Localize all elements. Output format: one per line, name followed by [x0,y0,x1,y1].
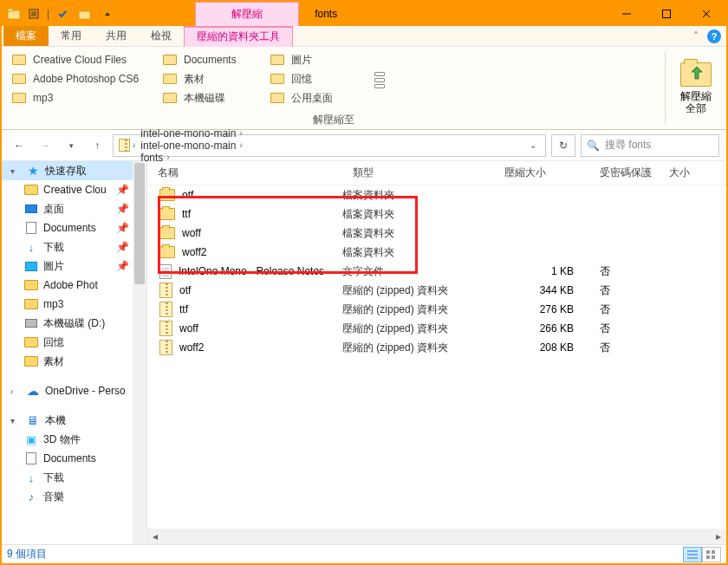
sidebar-item[interactable]: ▣3D 物件 [2,430,146,449]
sidebar-item[interactable]: 回憶 [2,333,146,352]
pin-icon: 📌 [116,222,129,234]
zip-icon [117,139,131,153]
file-row[interactable]: woff2壓縮的 (zipped) 資料夾208 KB否 [147,338,726,357]
sidebar-item[interactable]: mp3 [2,295,146,314]
sidebar-item[interactable]: ↓下載📌 [2,237,146,257]
app-icon [7,7,21,21]
file-row[interactable]: woff壓縮的 (zipped) 資料夾266 KB否 [147,319,726,338]
extract-destination[interactable]: 回憶 [267,69,371,88]
star-icon: ★ [26,164,40,178]
status-text: 9 個項目 [7,547,47,562]
pin-icon: 📌 [116,203,129,215]
pc-icon: 🖥 [26,413,40,427]
svg-rect-8 [712,555,715,559]
sidebar-onedrive[interactable]: ›☁ OneDrive - Perso [2,381,146,400]
sidebar-scrollbar[interactable] [133,161,146,544]
column-headers[interactable]: 名稱 類型 壓縮大小 受密碼保護 大小 [147,161,726,185]
folder-icon [163,55,177,65]
breadcrumb-segment[interactable]: intel-one-mono-main› [137,127,245,140]
col-size[interactable]: 大小 [659,166,702,180]
address-bar[interactable]: › intel-one-mono-main›intel-one-mono-mai… [113,134,546,157]
text-file-icon [159,264,172,279]
sidebar-item[interactable]: ♪音樂 [2,487,146,506]
file-row[interactable]: IntelOne Mono - Release Notes文字文件1 KB否 [147,262,726,281]
chevron-right-icon[interactable]: › [239,128,242,138]
extract-all-button[interactable]: 解壓縮 全部 [666,47,726,129]
col-type[interactable]: 類型 [342,166,494,180]
search-icon: 🔍 [587,140,600,152]
view-details[interactable] [683,547,702,562]
svg-rect-4 [663,10,671,18]
file-row[interactable]: ttf檔案資料夾 [147,205,726,224]
chevron-right-icon[interactable]: › [239,140,242,150]
file-row[interactable]: otf檔案資料夾 [147,185,726,205]
svg-rect-7 [706,555,710,559]
sidebar-quick-access[interactable]: ▾★ 快速存取 [2,161,146,180]
minimize-button[interactable] [607,2,647,26]
sidebar-this-pc[interactable]: ▾🖥 本機 [2,411,146,430]
tab-file[interactable]: 檔案 [3,26,49,46]
tab-extract[interactable]: 壓縮的資料夾工具 [184,26,293,47]
extract-destination[interactable]: Adobe Photoshop CS6 [9,69,156,88]
search-box[interactable]: 🔍 搜尋 fonts [581,134,719,157]
file-row[interactable]: otf壓縮的 (zipped) 資料夾344 KB否 [147,281,726,300]
sidebar-item[interactable]: ↓下載 [2,468,146,487]
address-dropdown[interactable]: ⌄ [530,140,536,150]
qat-check[interactable] [53,3,72,24]
extract-destination[interactable]: Creative Cloud Files [9,50,156,69]
ribbon-body: Creative Cloud FilesDocuments圖片Adobe Pho… [2,47,726,130]
extract-destination[interactable]: 本機磁碟 [159,88,263,107]
col-name[interactable]: 名稱 [147,166,342,180]
extract-destination[interactable]: 素材 [159,69,263,88]
contextual-tab-title: 解壓縮 [195,2,299,26]
file-row[interactable]: ttf壓縮的 (zipped) 資料夾276 KB否 [147,300,726,319]
cloud-icon: ☁ [26,384,40,398]
horizontal-scrollbar[interactable]: ◂▸ [147,529,726,544]
nav-up[interactable]: ↑ [87,135,107,156]
sidebar-item[interactable]: 圖片📌 [2,257,146,276]
tab-share[interactable]: 共用 [94,26,139,46]
file-list[interactable]: otf檔案資料夾ttf檔案資料夾woff檔案資料夾woff2檔案資料夾Intel… [147,185,726,529]
folder-icon [12,74,26,84]
ribbon-collapse[interactable]: ˄ [693,30,699,42]
extract-destination[interactable]: Documents [159,50,263,69]
file-row[interactable]: woff2檔案資料夾 [147,243,726,262]
tab-view[interactable]: 檢視 [139,26,184,46]
sidebar-item[interactable]: 素材 [2,352,146,371]
svg-rect-5 [706,550,710,554]
folder-icon [163,93,177,103]
help-icon[interactable]: ? [707,29,721,43]
nav-forward[interactable]: → [35,135,55,156]
tab-home[interactable]: 常用 [49,26,94,46]
refresh-button[interactable]: ↻ [551,134,575,157]
view-icons[interactable] [702,547,721,562]
sidebar: ▾★ 快速存取 Creative Clou📌桌面📌Documents📌↓下載📌圖… [2,161,147,544]
content-pane: 名稱 類型 壓縮大小 受密碼保護 大小 otf檔案資料夾ttf檔案資料夾woff… [147,161,726,544]
sidebar-item[interactable]: Documents📌 [2,218,146,237]
maximize-button[interactable] [647,2,686,26]
sidebar-item[interactable]: Creative Clou📌 [2,180,146,199]
extract-destination[interactable]: 公用桌面 [267,88,371,107]
sidebar-item[interactable]: 本機磁碟 (D:) [2,314,146,333]
svg-rect-6 [712,550,715,554]
destinations-more[interactable] [371,50,385,109]
col-pwd[interactable]: 受密碼保護 [589,166,659,180]
window-title: fonts [299,2,607,26]
qat-properties[interactable] [24,3,43,24]
qat-newfolder[interactable] [75,3,94,24]
close-button[interactable] [686,2,726,26]
sidebar-item[interactable]: Adobe Phot [2,276,146,295]
col-zsize[interactable]: 壓縮大小 [494,166,589,180]
folder-icon [270,74,284,84]
nav-history[interactable]: ▾ [61,135,81,156]
qat-customize[interactable] [98,3,117,24]
extract-all-icon [680,62,712,87]
file-row[interactable]: woff檔案資料夾 [147,224,726,243]
extract-destination[interactable]: 圖片 [267,50,371,69]
extract-destination[interactable]: mp3 [9,88,156,107]
sidebar-item[interactable]: Documents [2,449,146,468]
nav-back[interactable]: ← [9,135,29,156]
pin-icon: 📌 [116,184,129,196]
sidebar-item[interactable]: 桌面📌 [2,199,146,218]
breadcrumb-segment[interactable]: intel-one-mono-main› [137,140,245,152]
